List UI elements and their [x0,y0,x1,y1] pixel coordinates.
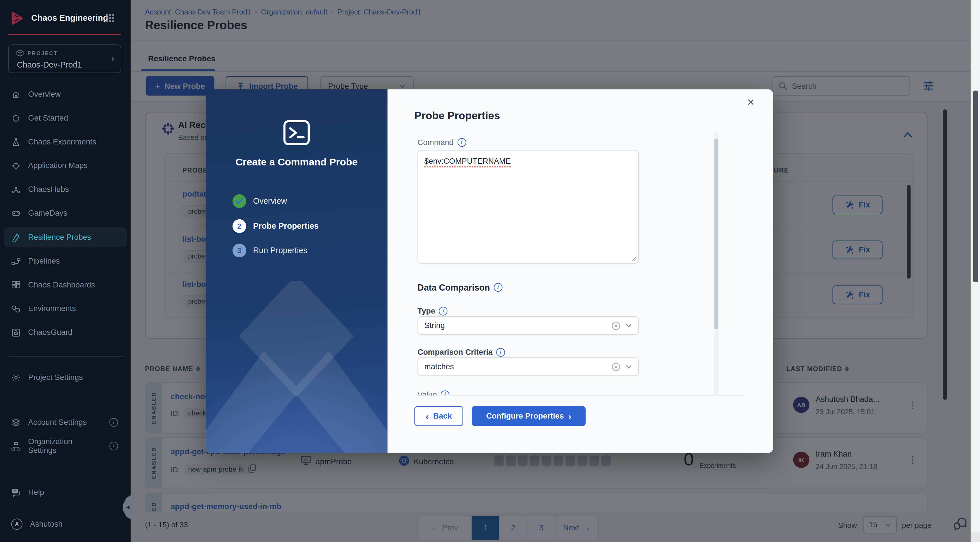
target-icon [11,161,21,170]
info-icon[interactable]: i [441,391,449,396]
chevron-right-icon: › [111,53,114,63]
sidebar-item-get-started[interactable]: Get Started [4,108,127,128]
forward-chevron-icon: › [568,411,571,421]
clear-icon[interactable] [611,362,620,372]
data-comparison-heading: Data Comparisoni [418,282,503,292]
sidebar-item-organization-settings[interactable]: Organization Settings i [4,436,127,456]
comparison-criteria-select[interactable]: matches [418,357,639,376]
project-name: Chaos-Dev-Prod1 [17,60,82,69]
support-chat-icon[interactable] [954,516,969,531]
project-label: PROJECT [27,50,58,56]
command-textarea[interactable]: $env:COMPUTERNAME [418,150,639,264]
help-chat-icon: ? [11,488,21,497]
info-icon: i [110,442,118,450]
user-menu[interactable]: A Ashutosh [4,514,127,534]
page-scrollbar-track[interactable] [970,0,980,542]
info-icon[interactable]: i [457,138,466,147]
gear-icon [11,373,21,382]
sidebar-item-overview[interactable]: Overview [4,84,127,104]
check-icon [235,198,243,204]
sidebar-item-pipelines[interactable]: Pipelines [4,251,127,271]
sidebar-item-help[interactable]: ? Help [4,482,127,502]
chaos-engineering-logo-icon [9,10,25,26]
sidebar-divider [7,356,123,357]
user-avatar: A [11,518,23,530]
user-name: Ashutosh [30,520,63,529]
sidebar-item-gamedays[interactable]: GameDays [4,203,127,223]
wizard-title: Create a Command Probe [205,157,388,168]
back-chevron-icon: ‹ [426,411,429,421]
gamepad-icon [11,208,21,218]
page-scrollbar-thumb[interactable] [973,91,978,282]
guard-lock-icon [11,328,21,337]
type-label: Typei [418,307,448,316]
step-probe-properties-label[interactable]: Probe Properties [253,221,319,230]
sidebar-item-environments[interactable]: Environments [4,299,127,318]
chevron-down-icon [626,364,632,369]
info-icon: i [109,418,118,427]
command-terminal-icon [282,118,312,148]
sidebar-item-project-settings[interactable]: Project Settings [4,367,127,387]
back-button[interactable]: ‹Back [415,406,463,426]
sidebar-divider [7,400,123,401]
clear-icon[interactable] [611,321,620,330]
watermark-logo [205,281,402,453]
step-probe-properties-current[interactable]: 2 [232,219,246,233]
org-chart-icon [11,441,21,451]
app-title: Chaos Engineering [31,13,108,22]
pipeline-icon [11,256,21,266]
step-run-properties-upcoming[interactable]: 3 [232,244,246,257]
step-overview-done[interactable] [232,194,246,208]
hub-network-icon [11,185,21,194]
get-started-icon [11,113,21,123]
app-window: Account: Chaos Dev Team Prod1›Organizati… [0,0,980,542]
modal-form-panel: ✕ Probe Properties Commandi $env:COMPUTE… [388,89,773,453]
test-tube-icon [11,233,21,242]
svg-text:?: ? [14,489,16,493]
home-icon [11,90,21,99]
command-value: $env:COMPUTERNAME [425,157,511,167]
sidebar-item-chaos-experiments[interactable]: Chaos Experiments [4,132,127,152]
sidebar-accent-line [8,34,121,35]
form-scrollbar-thumb[interactable] [714,139,718,329]
scrollbar-corner [971,532,980,542]
info-icon[interactable]: i [496,348,505,357]
layers-icon [11,418,21,427]
modal-heading: Probe Properties [415,110,500,122]
sidebar-item-chaosguard[interactable]: ChaosGuard [4,323,127,342]
create-probe-modal: Create a Command Probe Overview 2 Probe … [205,89,773,453]
dashboard-icon [11,280,21,289]
cube-icon [16,49,24,57]
info-icon[interactable]: i [439,307,448,316]
close-icon[interactable]: ✕ [747,97,755,108]
sidebar: Chaos Engineering PROJECT Chaos-Dev-Prod… [0,0,130,542]
hexagons-icon [11,304,21,313]
chevron-down-icon [626,323,632,328]
form-scroll-area: Commandi $env:COMPUTERNAME Data Comparis… [415,132,746,396]
type-select[interactable]: String [418,316,639,335]
resize-handle-icon[interactable] [632,256,637,262]
step-run-properties-label[interactable]: Run Properties [253,245,307,255]
wizard-panel: Create a Command Probe Overview 2 Probe … [205,89,388,453]
collapse-left-icon: ◀ [126,505,129,510]
sidebar-item-account-settings[interactable]: Account Settings i [4,412,127,432]
flask-icon [11,137,21,146]
sidebar-item-chaos-dashboards[interactable]: Chaos Dashboards [4,275,127,295]
sidebar-item-chaoshubs[interactable]: ChaosHubs [4,180,127,199]
app-grid-icon[interactable] [105,13,115,23]
comparison-criteria-label: Comparison Criteriai [418,348,505,357]
form-scrollbar-track[interactable] [714,132,719,396]
project-selector[interactable]: PROJECT Chaos-Dev-Prod1 › [8,44,121,73]
command-label: Commandi [418,138,466,147]
sidebar-item-resilience-probes[interactable]: Resilience Probes [4,227,127,247]
info-icon[interactable]: i [494,283,503,292]
configure-properties-button[interactable]: Configure Properties› [472,406,585,426]
step-overview-label[interactable]: Overview [253,196,287,205]
sidebar-item-application-maps[interactable]: Application Maps [4,156,127,175]
value-label: Valuei [418,391,449,396]
